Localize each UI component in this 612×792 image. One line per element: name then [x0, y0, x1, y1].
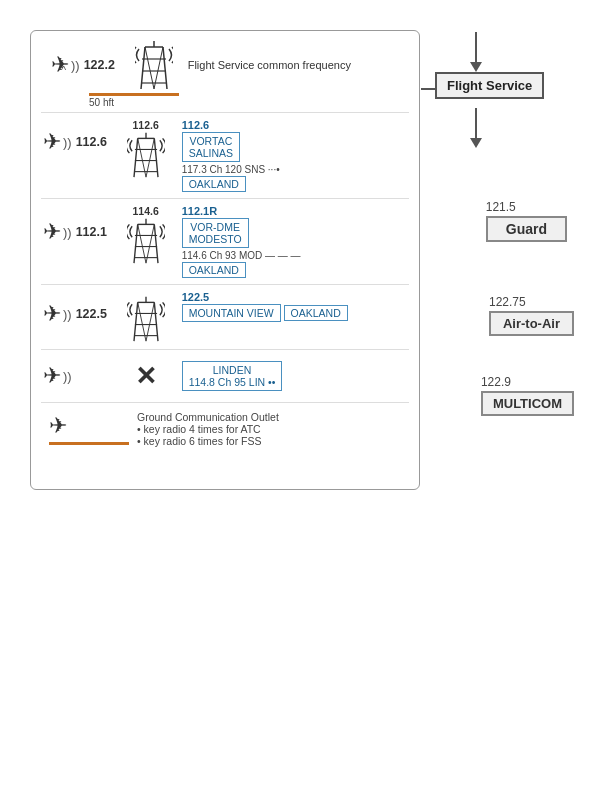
gco-text-area: Ground Communication Outlet • key radio … [137, 411, 279, 447]
orange-bar-1 [89, 93, 179, 96]
multi-box: MULTICOM [481, 391, 574, 416]
orange-line-gco [49, 442, 129, 445]
air-freq: 122.75 [489, 295, 574, 309]
info-oakland-4: OAKLAND [284, 305, 348, 321]
freq-3: 112.1 [76, 225, 116, 239]
freq-2: 112.6 [76, 135, 116, 149]
gco-row: ✈ Ground Communication Outlet • key radi… [31, 403, 419, 457]
info-sub-3: 114.6 Ch 93 MOD — — — [182, 250, 407, 261]
row-3: ✈ )) 112.1 114.6 112.1R [31, 199, 419, 284]
info-name-3: VOR-DMEMODESTO [182, 218, 249, 248]
waves-icon-5: )) [63, 369, 72, 384]
airplane-icon-gco: ✈ [49, 413, 67, 438]
row2-left: ✈ )) 112.6 [43, 119, 116, 155]
air-box: Air-to-Air [489, 311, 574, 336]
row3-left: ✈ )) 112.1 [43, 205, 116, 245]
info-sub-2: 117.3 Ch 120 SNS ···• [182, 164, 407, 175]
info-box-3: 112.1R VOR-DMEMODESTO 114.6 Ch 93 MOD — … [182, 205, 407, 278]
guard-section: 121.5 Guard [486, 200, 567, 242]
freq-4: 122.5 [76, 307, 116, 321]
row-4: ✈ )) 122.5 122.5 MOUNTAIN [31, 285, 419, 349]
waves-icon-3: )) [63, 225, 72, 240]
row4-left: ✈ )) 122.5 [43, 291, 116, 327]
row-2: ✈ )) 112.6 112.6 [31, 113, 419, 198]
arrowhead-top [470, 62, 482, 72]
guard-box: Guard [486, 216, 567, 242]
info-oakland-3: OAKLAND [182, 262, 246, 278]
gco-airplane-area: ✈ [49, 411, 129, 445]
arrow-down-top [470, 32, 482, 72]
x-area: ✕ [116, 361, 176, 392]
tower-svg-1 [135, 39, 173, 91]
row-5: ✈ )) ✕ LINDEN114.8 Ch 95 LIN •• [31, 350, 419, 402]
info-name-5: LINDEN114.8 Ch 95 LIN •• [182, 361, 283, 391]
info-text-1: Flight Service common frequency [188, 59, 407, 71]
airplane-icon-1: ✈ [51, 52, 69, 78]
airplane-icon-3: ✈ [43, 219, 61, 245]
airplane-icon-4: ✈ [43, 301, 61, 327]
gco-bullet2: • key radio 6 times for FSS [137, 435, 279, 447]
air-section: 122.75 Air-to-Air [489, 295, 574, 336]
tower-svg-3 [127, 217, 165, 265]
waves-icon-1: )) [71, 58, 80, 73]
row-1: ^ ✈ )) 122.2 Flight [31, 31, 419, 93]
arrow-line-top [475, 32, 477, 62]
main-panel: ^ ✈ )) 122.2 Flight [30, 30, 420, 490]
tower-svg-2 [127, 131, 165, 179]
arrowhead-bottom [470, 138, 482, 148]
flight-service-label: Flight Service [447, 78, 532, 93]
info-oakland-2: OAKLAND [182, 176, 246, 192]
arrow-down-bottom [470, 108, 482, 148]
flight-service-box: Flight Service [435, 72, 544, 99]
orange-line-1: 50 hft [89, 93, 419, 108]
info-name-4: MOUNTAIN VIEW [182, 304, 281, 322]
multi-freq: 122.9 [481, 375, 574, 389]
airplane-icon-2: ✈ [43, 129, 61, 155]
freq-1: 122.2 [84, 58, 124, 72]
info-box-2: 112.6 VORTACSALINAS 117.3 Ch 120 SNS ···… [182, 119, 407, 192]
info-name-2: VORTACSALINAS [182, 132, 240, 162]
airplane-icon-5: ✈ [43, 363, 61, 389]
tower-area-4 [116, 291, 176, 343]
tower-svg-4 [127, 295, 165, 343]
above-freq-3: 114.6 [133, 205, 159, 217]
waves-icon-4: )) [63, 307, 72, 322]
x-mark-icon: ✕ [135, 361, 157, 392]
tower-area-1 [124, 39, 184, 91]
tower-area-2: 112.6 [116, 119, 176, 179]
altitude-label: 50 hft [89, 97, 419, 108]
info-freq-2: 112.6 [182, 119, 407, 131]
guard-freq: 121.5 [486, 200, 567, 214]
above-freq-2: 112.6 [133, 119, 159, 131]
waves-icon-2: )) [63, 135, 72, 150]
gco-title: Ground Communication Outlet [137, 411, 279, 423]
info-freq-3: 112.1R [182, 205, 407, 217]
gco-bullet1: • key radio 4 times for ATC [137, 423, 279, 435]
arrow-line-bottom [475, 108, 477, 138]
info-box-4: 122.5 MOUNTAIN VIEW OAKLAND [182, 291, 407, 322]
info-box-5: LINDEN114.8 Ch 95 LIN •• [182, 361, 407, 391]
tower-area-3: 114.6 [116, 205, 176, 265]
info-freq-4: 122.5 [182, 291, 407, 303]
multicom-section: 122.9 MULTICOM [481, 375, 574, 416]
